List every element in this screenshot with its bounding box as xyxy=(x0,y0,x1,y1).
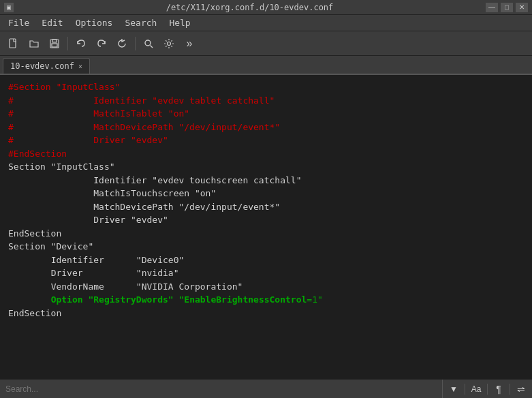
maximize-btn[interactable]: □ xyxy=(501,3,513,12)
code-line: Section "Device" xyxy=(8,240,524,254)
window-title: /etc/X11/xorg.conf.d/10-evdev.conf xyxy=(14,3,486,12)
status-right: ▼ Aa ¶ ⇌ xyxy=(443,382,532,397)
code-line: # MatchIsTablet "on" xyxy=(8,107,524,121)
code-line: MatchDevicePath "/dev/input/event*" xyxy=(8,200,524,214)
code-line: #EndSection xyxy=(8,147,524,161)
code-line: EndSection xyxy=(8,227,524,241)
more-button[interactable]: » xyxy=(180,34,199,53)
close-btn[interactable]: ✕ xyxy=(516,3,528,12)
format-btn[interactable]: ¶ xyxy=(490,382,507,397)
svg-line-5 xyxy=(151,45,153,48)
redo-button[interactable] xyxy=(92,34,111,53)
code-line: # Driver "evdev" xyxy=(8,134,524,147)
window-controls: — □ ✕ xyxy=(486,3,528,12)
tab-bar: 10-evdev.conf × xyxy=(0,56,532,75)
toolbar-sep-1 xyxy=(67,37,68,50)
open-file-button[interactable] xyxy=(25,34,44,53)
code-line: EndSection xyxy=(8,307,524,320)
toolbar-sep-2 xyxy=(135,37,136,50)
code-line: #Section "InputClass" xyxy=(8,80,524,94)
status-sep-1 xyxy=(465,384,465,395)
undo-button[interactable] xyxy=(72,34,91,53)
menu-options[interactable]: Options xyxy=(70,16,119,29)
code-line: Identifier "Device0" xyxy=(8,254,524,267)
dropdown-btn[interactable]: ▼ xyxy=(445,382,462,397)
app-icon: ▣ xyxy=(4,3,14,12)
status-sep-2 xyxy=(487,384,488,395)
save-button[interactable] xyxy=(45,34,64,53)
code-line: # MatchDevicePath "/dev/input/event*" xyxy=(8,121,524,134)
menu-search[interactable]: Search xyxy=(119,16,162,29)
new-file-button[interactable] xyxy=(4,34,23,53)
svg-rect-0 xyxy=(10,39,16,48)
search-button[interactable] xyxy=(139,34,158,53)
code-line: Identifier "evdev touchscreen catchall" xyxy=(8,174,524,187)
menu-help[interactable]: Help xyxy=(163,16,195,29)
case-sensitive-btn[interactable]: Aa xyxy=(468,382,484,397)
search-input[interactable] xyxy=(0,380,442,398)
editor-area: #Section "InputClass"# Identifier "evdev… xyxy=(0,75,532,379)
code-line: Driver "nvidia" xyxy=(8,266,524,280)
menu-edit[interactable]: Edit xyxy=(36,16,68,29)
minimize-btn[interactable]: — xyxy=(486,3,498,12)
svg-rect-2 xyxy=(52,40,57,42)
toolbar: » xyxy=(0,31,532,56)
tools-button[interactable] xyxy=(159,34,178,53)
tab-close-btn[interactable]: × xyxy=(78,63,82,70)
code-line: Option "RegistryDwords" "EnableBrightnes… xyxy=(8,293,524,307)
status-sep-3 xyxy=(510,384,510,395)
code-content: #Section "InputClass"# Identifier "evdev… xyxy=(8,80,524,320)
code-line: Driver "evdev" xyxy=(8,213,524,227)
menu-bar: File Edit Options Search Help xyxy=(0,15,532,31)
editor-scroll[interactable]: #Section "InputClass"# Identifier "evdev… xyxy=(0,75,532,379)
code-line: VendorName "NVIDIA Corporation" xyxy=(8,280,524,294)
code-line: # Identifier "evdev tablet catchall" xyxy=(8,94,524,108)
file-tab[interactable]: 10-evdev.conf × xyxy=(3,58,90,74)
refresh-button[interactable] xyxy=(112,34,131,53)
code-line: Section "InputClass" xyxy=(8,160,524,174)
code-line: MatchIsTouchscreen "on" xyxy=(8,187,524,200)
menu-file[interactable]: File xyxy=(3,16,35,29)
wrap-btn[interactable]: ⇌ xyxy=(513,382,529,397)
svg-rect-3 xyxy=(52,44,57,47)
tab-label: 10-evdev.conf xyxy=(10,61,74,71)
title-bar: ▣ /etc/X11/xorg.conf.d/10-evdev.conf — □… xyxy=(0,0,532,15)
status-bar: ▼ Aa ¶ ⇌ xyxy=(0,379,532,398)
svg-point-6 xyxy=(168,42,171,45)
svg-point-4 xyxy=(145,40,151,46)
search-input-wrap xyxy=(0,380,443,398)
